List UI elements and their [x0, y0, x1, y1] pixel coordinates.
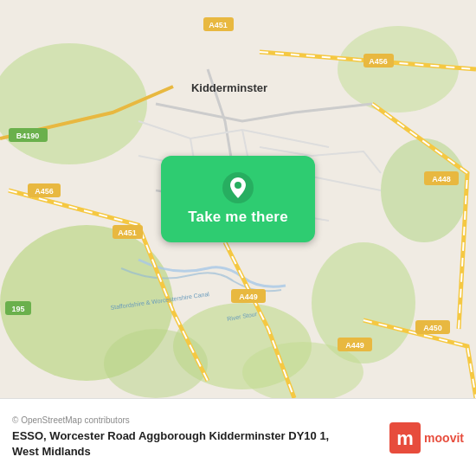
- map-container: B4190 A456 A451 A451 A456 A448 A449 A449…: [0, 0, 476, 398]
- svg-text:A448: A448: [432, 175, 451, 183]
- moovit-logo: m moovit: [389, 422, 464, 453]
- svg-text:A451: A451: [209, 21, 228, 29]
- svg-text:m: m: [396, 428, 414, 449]
- location-name: ESSO, Worcester Road Aggborough Kiddermi…: [12, 428, 341, 460]
- svg-text:A449: A449: [345, 341, 364, 350]
- svg-text:A450: A450: [423, 324, 442, 332]
- svg-text:B4190: B4190: [16, 132, 40, 140]
- take-me-there-label: Take me there: [188, 209, 288, 226]
- svg-text:Kidderminster: Kidderminster: [191, 81, 267, 94]
- location-pin-icon: [222, 172, 254, 203]
- take-me-there-button[interactable]: Take me there: [161, 156, 315, 242]
- svg-point-3: [381, 138, 467, 242]
- svg-text:195: 195: [11, 305, 24, 313]
- svg-text:A456: A456: [369, 57, 388, 66]
- svg-point-2: [338, 26, 459, 113]
- svg-point-33: [235, 182, 241, 189]
- footer-left: © OpenStreetMap contributors ESSO, Worce…: [12, 415, 341, 460]
- moovit-text: moovit: [424, 431, 464, 445]
- moovit-m-icon: m: [389, 422, 421, 453]
- svg-text:A451: A451: [118, 228, 137, 237]
- svg-text:A449: A449: [239, 293, 258, 301]
- svg-point-7: [104, 329, 208, 398]
- copyright-text: © OpenStreetMap contributors: [12, 415, 341, 425]
- footer: © OpenStreetMap contributors ESSO, Worce…: [0, 398, 476, 476]
- svg-text:A456: A456: [35, 187, 54, 196]
